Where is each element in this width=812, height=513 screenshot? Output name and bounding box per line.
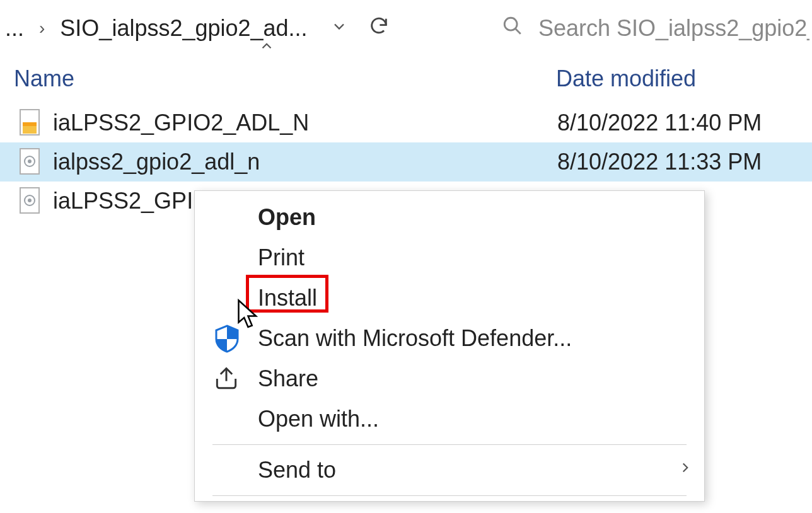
- menu-item-open[interactable]: Open: [195, 197, 704, 238]
- file-name: ialpss2_gpio2_adl_n: [53, 149, 557, 175]
- menu-label: Send to: [258, 457, 666, 483]
- svg-point-0: [504, 18, 517, 30]
- menu-separator: [212, 495, 687, 496]
- chevron-right-icon: ›: [39, 18, 45, 38]
- file-row[interactable]: ialpss2_gpio2_adl_n 8/10/2022 11:33 PM: [0, 142, 812, 182]
- breadcrumb[interactable]: ... › SIO_ialpss2_gpio2_ad...: [5, 15, 348, 42]
- menu-label: Print: [258, 245, 704, 271]
- search-icon: [502, 15, 523, 42]
- menu-label: Install: [258, 285, 704, 311]
- file-name: iaLPSS2_GPIO2_ADL_N: [53, 110, 557, 136]
- search-box[interactable]: [502, 15, 809, 42]
- search-input[interactable]: [538, 15, 809, 42]
- file-date: 8/10/2022 11:33 PM: [557, 149, 762, 175]
- menu-label: Scan with Microsoft Defender...: [258, 325, 704, 352]
- file-date: 8/10/2022 11:40 PM: [557, 110, 762, 136]
- column-header-name[interactable]: Name: [14, 66, 556, 92]
- menu-label: Open: [258, 204, 704, 231]
- menu-item-print[interactable]: Print: [195, 238, 704, 278]
- share-icon: [212, 365, 258, 393]
- svg-rect-3: [23, 125, 37, 134]
- menu-item-open-with[interactable]: Open with...: [195, 399, 704, 439]
- breadcrumb-ellipsis[interactable]: ...: [5, 15, 24, 42]
- menu-item-install[interactable]: Install: [195, 278, 704, 318]
- defender-shield-icon: [212, 324, 258, 353]
- file-row[interactable]: iaLPSS2_GPIO2_ADL_N 8/10/2022 11:40 PM: [0, 103, 812, 142]
- svg-line-1: [515, 28, 521, 34]
- svg-rect-4: [23, 122, 37, 126]
- menu-item-scan-defender[interactable]: Scan with Microsoft Defender...: [195, 318, 704, 359]
- svg-point-10: [28, 199, 32, 202]
- column-header-date[interactable]: Date modified: [556, 66, 696, 92]
- address-bar: ... › SIO_ialpss2_gpio2_ad...: [0, 0, 812, 57]
- menu-item-share[interactable]: Share: [195, 359, 704, 399]
- context-menu: Open Print Install Scan with Microsoft D…: [194, 190, 705, 502]
- chevron-right-icon: [666, 455, 704, 486]
- column-headers: Name Date modified: [0, 57, 812, 103]
- menu-separator: [212, 444, 687, 445]
- menu-label: Open with...: [258, 406, 704, 432]
- menu-item-send-to[interactable]: Send to: [195, 450, 704, 490]
- chevron-down-icon[interactable]: [330, 18, 348, 40]
- catalog-file-icon: [16, 107, 53, 139]
- refresh-icon[interactable]: [368, 15, 390, 42]
- menu-label: Share: [258, 366, 704, 392]
- inf-file-icon: [16, 146, 53, 178]
- inf-file-icon: [16, 185, 53, 217]
- svg-point-7: [28, 159, 32, 163]
- sort-caret-up-icon[interactable]: [258, 38, 275, 59]
